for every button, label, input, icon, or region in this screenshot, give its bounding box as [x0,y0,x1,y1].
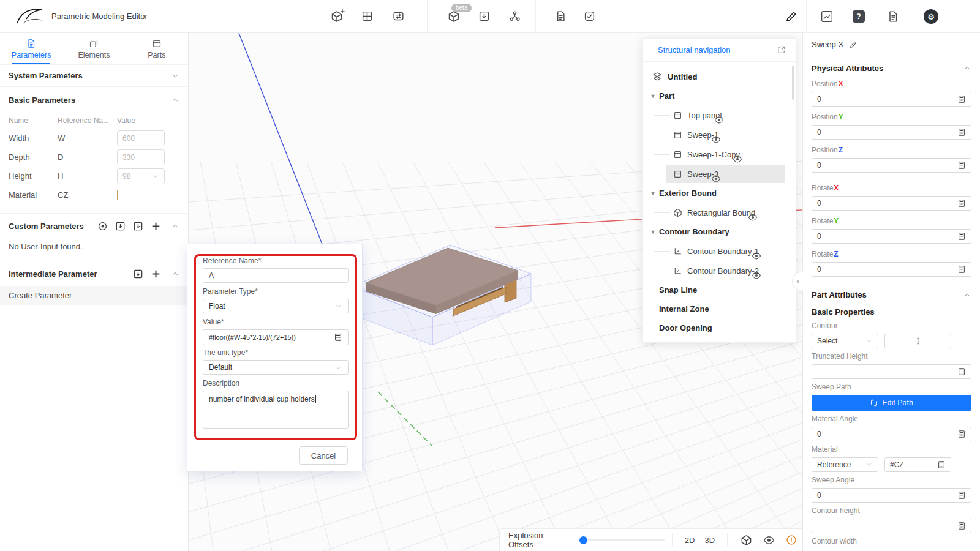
document-icon[interactable] [887,10,899,23]
target-icon[interactable] [97,221,108,231]
formula-icon[interactable] [957,232,966,241]
chevron-up-icon[interactable] [171,269,179,278]
contour-value-input[interactable] [884,334,951,348]
material-mode-select[interactable]: Reference [812,457,878,472]
tree-group-internal-zone[interactable]: ▾ Internal Zone [643,299,796,318]
contour-height-input[interactable] [812,519,971,533]
physical-attributes-header[interactable]: Physical Attributes [803,56,980,80]
add-cube-icon[interactable] [331,10,343,23]
create-parameter-item[interactable]: Create Parameter [0,286,188,305]
visibility-eye-icon[interactable] [711,174,721,184]
formula-icon[interactable] [957,430,966,438]
width-value-input[interactable]: 600 [117,130,165,146]
sync-swap-icon[interactable] [392,10,405,22]
formula-icon[interactable] [957,199,966,208]
chevron-up-icon[interactable] [963,64,971,72]
import-box-icon[interactable] [115,221,126,231]
caret-down-icon[interactable]: ▾ [650,190,656,197]
export-box-icon[interactable] [478,10,490,22]
depth-value-input[interactable]: 330 [117,149,165,165]
formula-editor-icon[interactable] [334,333,342,342]
position-x-input[interactable]: 0 [812,92,971,107]
add-parameter-icon[interactable] [151,269,161,279]
material-angle-input[interactable]: 0 [812,427,971,441]
unit-type-select[interactable]: Default [203,360,349,375]
height-value-select[interactable]: 98 [117,168,165,184]
add-parameter-icon[interactable] [151,221,161,231]
position-z-input[interactable]: 0 [812,158,971,173]
contour-select[interactable]: Select [812,334,878,348]
beta-cube-icon[interactable] [448,10,460,23]
rename-pencil-icon[interactable] [849,40,858,49]
help-icon[interactable]: ? [853,10,865,23]
doc-edit-icon[interactable] [555,10,567,22]
warning-info-icon[interactable] [780,534,802,545]
chevron-up-icon[interactable] [171,96,179,104]
chevron-up-icon[interactable] [963,291,971,299]
tree-item-sweep-3[interactable]: Sweep-3 [643,164,796,184]
view-2d-button[interactable]: 2D [680,536,700,545]
tree-item-contour-boundary-2[interactable]: Contour Boundary-2 [643,261,796,280]
formula-icon[interactable] [957,522,966,530]
formula-icon[interactable] [957,265,966,274]
tab-parameters[interactable]: Parameters [0,33,62,64]
formula-icon[interactable] [957,491,966,500]
visibility-eye-icon[interactable] [752,251,761,261]
material-swatch[interactable] [117,190,118,200]
rotate-x-input[interactable]: 0 [812,196,971,211]
node-graph-icon[interactable] [509,10,521,22]
tree-root-untitled[interactable]: Untitled [643,67,796,86]
chevron-up-icon[interactable] [171,222,179,230]
settings-gear-icon[interactable]: ⚙ [924,9,938,24]
explosion-offsets-slider[interactable] [579,539,665,541]
tree-group-exterior-bound[interactable]: ▾ Exterior Bound [643,184,796,203]
visibility-eye-icon[interactable] [752,271,761,280]
truncated-height-input[interactable] [812,364,971,379]
formula-icon[interactable] [957,161,966,170]
material-reference-input[interactable]: #CZ [884,457,951,472]
caret-down-icon[interactable]: ▾ [650,92,656,99]
cancel-button[interactable]: Cancel [299,446,348,465]
tree-item-contour-boundary-1[interactable]: Contour Boundary-1 [643,241,796,261]
view-3d-button[interactable]: 3D [699,536,720,545]
tree-group-contour-boundary[interactable]: ▾ Contour Boundary [643,222,796,241]
tree-item-rectangular-bound[interactable]: Rectangular Bound [643,203,796,222]
tree-group-door-opening[interactable]: ▾ Door Opening [643,318,796,337]
description-textarea[interactable]: number of individual cup holders [203,391,349,429]
formula-icon[interactable] [957,95,966,103]
chevron-down-icon[interactable] [171,72,179,80]
components-grid-icon[interactable] [361,10,373,22]
tree-item-sweep-1-copy[interactable]: Sweep-1-Copy [643,144,796,164]
tab-parts[interactable]: Parts [126,33,188,64]
value-input[interactable]: #floor((#W-45*2-15)/(72+15)) [203,329,349,345]
tree-group-snap-line[interactable]: ▾ Snap Line [643,280,796,299]
slider-knob[interactable] [579,536,587,544]
system-parameters-section[interactable]: System Parameters [0,65,188,87]
position-y-input[interactable]: 0 [812,125,971,140]
formula-icon[interactable] [937,460,946,469]
tree-item-sweep-1[interactable]: Sweep-1 [643,125,796,144]
tab-elements[interactable]: Elements [62,33,125,64]
visibility-eye-icon[interactable] [733,154,742,164]
validate-check-icon[interactable] [584,10,595,22]
visibility-eye-icon[interactable] [748,212,758,222]
reference-name-input[interactable]: A [203,268,349,283]
chart-panel-icon[interactable] [821,10,833,23]
part-attributes-header[interactable]: Part Attributes [803,283,980,306]
parameter-type-select[interactable]: Float [203,299,349,313]
edit-pencil-icon[interactable] [785,10,797,23]
formula-icon[interactable] [957,367,966,376]
import-box-icon[interactable] [133,269,143,279]
export-box-icon[interactable] [133,221,143,231]
visibility-eye-icon[interactable] [758,534,780,546]
visibility-eye-icon[interactable] [711,135,721,144]
rotate-z-input[interactable]: 0 [812,262,971,277]
visibility-eye-icon[interactable] [714,115,724,125]
edit-path-button[interactable]: Edit Path [812,395,971,411]
isometric-cube-icon[interactable] [735,534,758,546]
sweep-angle-input[interactable]: 0 [812,488,971,503]
formula-icon[interactable] [957,128,966,137]
tree-item-top-panel[interactable]: Top panel [643,105,796,125]
tree-group-part[interactable]: ▾ Part [643,86,796,105]
rotate-y-input[interactable]: 0 [812,229,971,244]
